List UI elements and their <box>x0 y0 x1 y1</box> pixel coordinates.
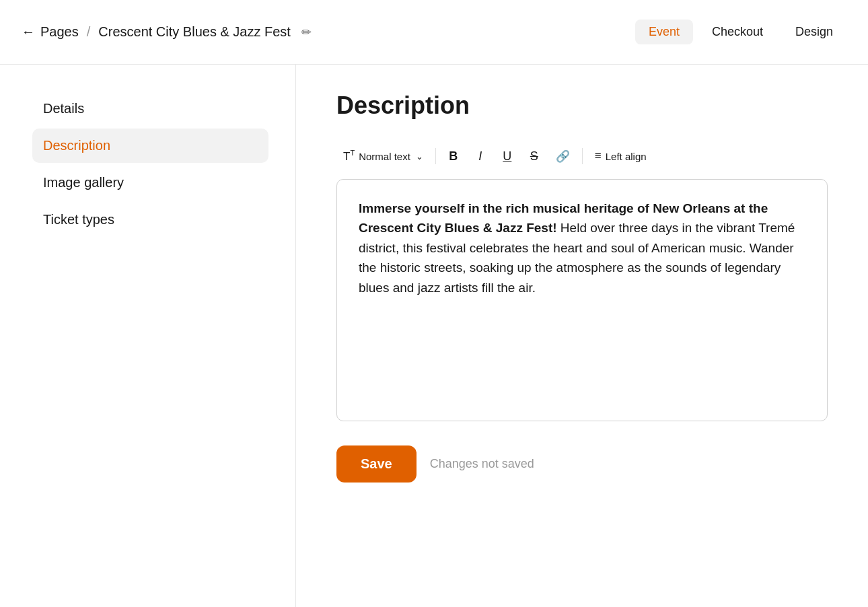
text-format-selector[interactable]: TT Normal text ⌄ <box>336 144 430 168</box>
align-left-button[interactable]: ≡ Left align <box>588 144 653 168</box>
editor-toolbar: TT Normal text ⌄ B I U S 🔗 ≡ Left align <box>336 139 828 179</box>
italic-button[interactable]: I <box>468 144 493 168</box>
save-row: Save Changes not saved <box>336 445 828 483</box>
link-icon: 🔗 <box>556 149 570 164</box>
save-status: Changes not saved <box>430 457 534 471</box>
text-format-tt-icon: TT <box>343 149 355 164</box>
editor-area[interactable]: Immerse yourself in the rich musical her… <box>336 179 828 421</box>
toolbar-separator-2 <box>582 148 583 164</box>
align-left-icon: ≡ <box>595 149 602 163</box>
header-tabs: Event Checkout Design <box>635 20 846 44</box>
align-left-label: Left align <box>606 151 647 162</box>
breadcrumb-separator: / <box>87 24 91 40</box>
content-area: Description TT Normal text ⌄ B I U S 🔗 ≡… <box>296 65 868 607</box>
breadcrumb-pages[interactable]: Pages <box>40 24 79 40</box>
link-button[interactable]: 🔗 <box>549 144 577 168</box>
sidebar-item-ticket-types[interactable]: Ticket types <box>32 203 268 237</box>
save-button[interactable]: Save <box>336 445 417 483</box>
tab-checkout[interactable]: Checkout <box>698 20 776 44</box>
header-left: ← Pages / Crescent City Blues & Jazz Fes… <box>22 24 635 40</box>
bold-button[interactable]: B <box>441 144 466 168</box>
tab-event[interactable]: Event <box>635 20 693 44</box>
back-button[interactable]: ← <box>22 24 35 40</box>
chevron-down-icon: ⌄ <box>416 151 423 162</box>
strikethrough-button[interactable]: S <box>522 144 546 168</box>
header: ← Pages / Crescent City Blues & Jazz Fes… <box>0 0 868 65</box>
sidebar-item-details[interactable]: Details <box>32 92 268 126</box>
sidebar-item-description[interactable]: Description <box>32 129 268 163</box>
text-format-label: Normal text <box>359 151 410 162</box>
section-title: Description <box>336 92 828 120</box>
sidebar: Details Description Image gallery Ticket… <box>0 65 296 607</box>
tab-design[interactable]: Design <box>782 20 846 44</box>
edit-icon[interactable]: ✏ <box>301 25 312 40</box>
sidebar-item-image-gallery[interactable]: Image gallery <box>32 166 268 200</box>
main-layout: Details Description Image gallery Ticket… <box>0 65 868 607</box>
breadcrumb-page-title: Crescent City Blues & Jazz Fest <box>98 24 291 40</box>
underline-button[interactable]: U <box>495 144 519 168</box>
toolbar-separator-1 <box>435 148 436 164</box>
